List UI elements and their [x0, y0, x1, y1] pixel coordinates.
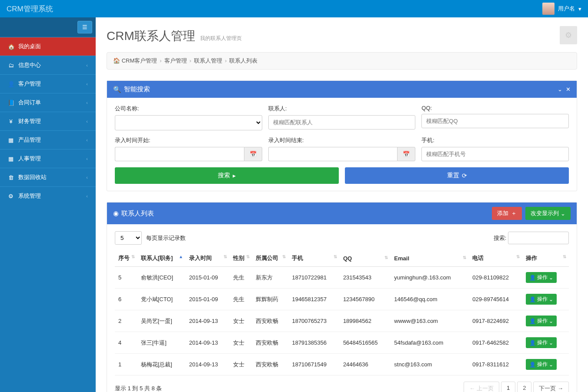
nav-icon: 📘 — [8, 100, 14, 106]
search-button[interactable]: 搜索 ▸ — [115, 167, 339, 184]
table-search-input[interactable] — [508, 232, 569, 244]
table-header[interactable]: 电话 — [469, 250, 522, 267]
user-icon: 👤 — [529, 296, 536, 302]
phone-label: 手机: — [421, 136, 569, 144]
change-columns-button[interactable]: 改变显示列 ⌄ — [525, 207, 571, 220]
list-icon: ◉ — [113, 209, 119, 217]
sidebar: ☰ 🏠我的桌面🗂信息中心‹👤客户管理‹📘合同订单‹¥财务管理‹▦产品管理‹▦人事… — [0, 17, 96, 392]
add-button[interactable]: 添加 ＋ — [492, 207, 522, 220]
page-1-button[interactable]: 1 — [501, 382, 515, 392]
reset-button[interactable]: 重置 ⟳ — [345, 167, 569, 184]
sidebar-item-label: 客户管理 — [18, 80, 41, 88]
table-header[interactable]: 操作 — [522, 250, 569, 267]
page-title: CRM联系人管理 — [107, 29, 195, 43]
user-menu[interactable]: 用户名 ▾ — [542, 3, 581, 15]
breadcrumb-item[interactable]: 客户管理 — [164, 57, 187, 64]
chevron-down-icon: ⌄ — [549, 362, 553, 368]
row-action-button[interactable]: 👤操作⌄ — [526, 316, 557, 326]
next-page-button[interactable]: 下一页 → — [533, 382, 569, 392]
table-search-label: 搜索: — [494, 235, 507, 241]
sidebar-item-label: 信息中心 — [18, 61, 41, 69]
sidebar-item[interactable]: 👤客户管理‹ — [0, 74, 96, 93]
sidebar-item[interactable]: 🗑数据回收站‹ — [0, 168, 96, 186]
nav-icon: 👤 — [8, 81, 14, 87]
table-header[interactable]: 性别 — [230, 250, 252, 267]
chevron-left-icon: ‹ — [86, 63, 88, 68]
chevron-down-icon: ⌄ — [549, 296, 553, 302]
page-2-button[interactable]: 2 — [517, 382, 531, 392]
start-date-input[interactable] — [115, 147, 244, 161]
company-select[interactable] — [115, 115, 262, 130]
table-header[interactable]: Email — [391, 250, 469, 267]
user-icon: 👤 — [529, 318, 536, 324]
close-icon[interactable]: ✕ — [566, 86, 571, 93]
calendar-icon[interactable]: 📅 — [397, 147, 415, 161]
chevron-left-icon: ‹ — [86, 100, 88, 105]
end-date-label: 录入时间结束: — [268, 136, 416, 144]
page-size-select[interactable]: 5 — [115, 231, 142, 245]
user-icon: 👤 — [529, 275, 536, 281]
prev-page-button[interactable]: ← 上一页 — [464, 382, 499, 392]
sidebar-item[interactable]: ⚙系统管理‹ — [0, 186, 96, 205]
chevron-left-icon: ‹ — [86, 193, 88, 199]
row-action-button[interactable]: 👤操作⌄ — [526, 359, 557, 370]
pagination: ← 上一页 1 2 下一页 → — [464, 382, 569, 392]
sidebar-item[interactable]: ▦人事管理‹ — [0, 149, 96, 168]
table-header[interactable]: QQ — [340, 250, 391, 267]
breadcrumb-item[interactable]: 联系人管理 — [194, 57, 222, 64]
nav-icon: 🗑 — [8, 174, 14, 181]
chevron-left-icon: ‹ — [86, 119, 88, 124]
row-action-button[interactable]: 👤操作⌄ — [526, 272, 557, 283]
sidebar-item[interactable]: 🏠我的桌面 — [0, 37, 96, 56]
user-icon: 👤 — [529, 340, 536, 346]
settings-gear-button[interactable]: ⚙ — [560, 26, 577, 44]
sidebar-item[interactable]: 📘合同订单‹ — [0, 93, 96, 112]
search-icon: 🔍 — [113, 86, 121, 93]
refresh-icon: ⟳ — [462, 172, 467, 179]
sidebar-item-label: 数据回收站 — [18, 173, 47, 181]
table-row: 5俞敏洪[CEO]2015-01-09先生新东方1871072298123154… — [115, 267, 569, 289]
table-header[interactable]: 所属公司 — [252, 250, 289, 267]
nav-icon: ▦ — [8, 156, 14, 162]
sidebar-item-label: 我的桌面 — [18, 43, 41, 50]
phone-input[interactable] — [421, 147, 569, 161]
user-icon: 👤 — [529, 362, 536, 368]
table-header[interactable]: 联系人[职务] — [137, 250, 186, 267]
row-action-button[interactable]: 👤操作⌄ — [526, 337, 557, 348]
table-header[interactable]: 序号 — [115, 250, 137, 267]
sidebar-item[interactable]: 🗂信息中心‹ — [0, 56, 96, 74]
contact-label: 联系人: — [268, 105, 416, 113]
end-date-input[interactable] — [268, 147, 398, 161]
chevron-down-icon: ⌄ — [549, 318, 553, 324]
sidebar-item-label: 合同订单 — [18, 99, 41, 106]
menu-toggle-row: ☰ — [0, 17, 96, 37]
search-panel-title: 智能搜索 — [124, 85, 150, 93]
table-header[interactable]: 录入时间 — [186, 250, 230, 267]
start-date-label: 录入时间开始: — [115, 136, 262, 144]
chevron-left-icon: ‹ — [86, 156, 88, 161]
sidebar-item[interactable]: ¥财务管理‹ — [0, 112, 96, 130]
content: CRM联系人管理 我的联系人管理页 ⚙ 🏠 CRM客户管理›客户管理›联系人管理… — [96, 17, 588, 392]
qq-label: QQ: — [421, 105, 569, 111]
breadcrumb-item[interactable]: CRM客户管理 — [122, 57, 157, 64]
contact-input[interactable] — [268, 115, 416, 130]
calendar-icon[interactable]: 📅 — [244, 147, 262, 161]
sidebar-item-label: 产品管理 — [18, 136, 41, 144]
home-icon: 🏠 — [113, 57, 120, 64]
menu-collapse-button[interactable]: ☰ — [77, 21, 92, 33]
nav-icon: 🏠 — [8, 43, 14, 50]
plus-icon: ＋ — [511, 209, 517, 217]
username: 用户名 — [558, 5, 575, 13]
breadcrumb-item: 联系人列表 — [229, 57, 257, 64]
qq-input[interactable] — [421, 114, 569, 128]
company-label: 公司名称: — [115, 105, 262, 113]
collapse-icon[interactable]: ⌄ — [558, 86, 562, 93]
row-action-button[interactable]: 👤操作⌄ — [526, 294, 557, 305]
nav-icon: ⚙ — [8, 193, 14, 199]
search-panel: 🔍 智能搜索 ⌄ ✕ 公司名称: 联系人: — [107, 80, 577, 191]
avatar — [542, 3, 555, 15]
chevron-down-icon: ▾ — [578, 6, 581, 12]
sidebar-item[interactable]: ▦产品管理‹ — [0, 130, 96, 149]
table-header[interactable]: 手机 — [288, 250, 339, 267]
sidebar-item-label: 财务管理 — [18, 117, 41, 125]
